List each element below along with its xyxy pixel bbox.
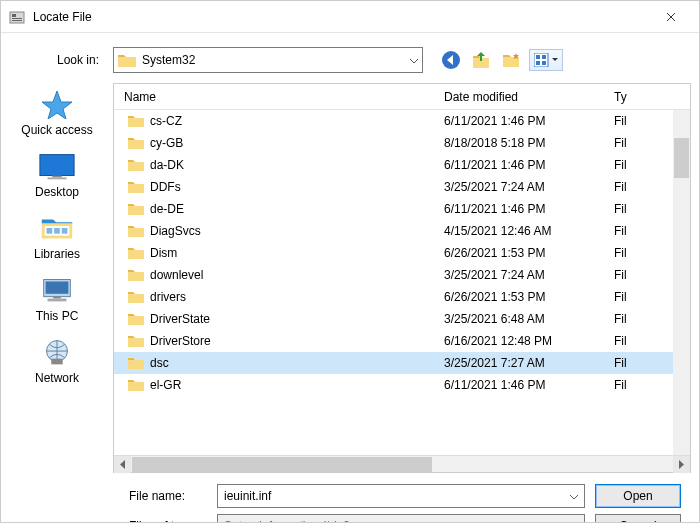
- svg-rect-12: [52, 176, 62, 178]
- folder-icon: [128, 225, 144, 238]
- toolbar: [439, 48, 563, 72]
- file-name: DriverStore: [150, 334, 211, 348]
- table-row[interactable]: DiagSvcs4/15/2021 12:46 AMFil: [114, 220, 690, 242]
- title-bar: Locate File: [1, 1, 699, 33]
- filetype-field[interactable]: Setup Information (*.inf): [217, 514, 585, 523]
- svg-rect-16: [62, 228, 68, 234]
- svg-rect-2: [12, 18, 22, 19]
- table-row[interactable]: el-GR6/11/2021 1:46 PMFil: [114, 374, 690, 396]
- svg-rect-20: [48, 299, 67, 302]
- scroll-left-arrow[interactable]: [114, 456, 131, 473]
- column-headers: Name Date modified Ty: [114, 84, 690, 110]
- folder-icon: [128, 313, 144, 326]
- file-date: 3/25/2021 7:24 AM: [444, 268, 614, 282]
- libraries-icon: [38, 213, 76, 243]
- column-type[interactable]: Ty: [614, 90, 690, 104]
- column-date[interactable]: Date modified: [444, 90, 614, 104]
- close-button[interactable]: [648, 1, 693, 33]
- window-title: Locate File: [33, 10, 648, 24]
- file-date: 6/11/2021 1:46 PM: [444, 158, 614, 172]
- place-this-pc[interactable]: This PC: [36, 275, 79, 323]
- place-libraries[interactable]: Libraries: [34, 213, 80, 261]
- table-row[interactable]: DriverStore6/16/2021 12:48 PMFil: [114, 330, 690, 352]
- table-row[interactable]: da-DK6/11/2021 1:46 PMFil: [114, 154, 690, 176]
- file-name: DriverState: [150, 312, 210, 326]
- lookin-dropdown[interactable]: System32: [113, 47, 423, 73]
- folder-icon: [128, 137, 144, 150]
- horizontal-scrollbar[interactable]: [114, 455, 690, 472]
- svg-rect-14: [47, 228, 53, 234]
- back-arrow-icon: [441, 50, 461, 70]
- table-row[interactable]: de-DE6/11/2021 1:46 PMFil: [114, 198, 690, 220]
- up-folder-icon: [471, 50, 491, 70]
- table-row[interactable]: Dism6/26/2021 1:53 PMFil: [114, 242, 690, 264]
- lookin-row: Look in: System32: [1, 33, 699, 83]
- folder-icon: [128, 291, 144, 304]
- file-date: 3/25/2021 6:48 AM: [444, 312, 614, 326]
- table-row[interactable]: DDFs3/25/2021 7:24 AMFil: [114, 176, 690, 198]
- file-date: 3/25/2021 7:24 AM: [444, 180, 614, 194]
- folder-icon: [128, 247, 144, 260]
- filename-field[interactable]: ieuinit.inf: [217, 484, 585, 508]
- scrollbar-thumb[interactable]: [132, 457, 432, 472]
- file-date: 6/16/2021 12:48 PM: [444, 334, 614, 348]
- scrollbar-thumb[interactable]: [674, 138, 689, 178]
- new-folder-button[interactable]: [499, 48, 523, 72]
- filename-row: File name: ieuinit.inf Open: [129, 481, 687, 511]
- lookin-value: System32: [142, 53, 404, 67]
- chevron-down-icon: [570, 489, 578, 503]
- folder-icon: [128, 203, 144, 216]
- table-row[interactable]: drivers6/26/2021 1:53 PMFil: [114, 286, 690, 308]
- places-bar: Quick access Desktop Libraries This PC N…: [1, 83, 113, 473]
- svg-rect-0: [10, 12, 24, 23]
- place-network[interactable]: Network: [35, 337, 79, 385]
- cancel-button[interactable]: Cancel: [595, 514, 681, 523]
- folder-icon: [128, 181, 144, 194]
- table-row[interactable]: DriverState3/25/2021 6:48 AMFil: [114, 308, 690, 330]
- app-icon: [9, 9, 25, 25]
- file-date: 6/26/2021 1:53 PM: [444, 246, 614, 260]
- file-name: DDFs: [150, 180, 181, 194]
- scroll-right-arrow[interactable]: [673, 456, 690, 473]
- main-area: Quick access Desktop Libraries This PC N…: [1, 83, 699, 473]
- svg-rect-10: [40, 155, 74, 176]
- svg-rect-18: [46, 281, 69, 293]
- filetype-value: Setup Information (*.inf): [224, 519, 564, 523]
- file-date: 8/18/2018 5:18 PM: [444, 136, 614, 150]
- table-row[interactable]: downlevel3/25/2021 7:24 AMFil: [114, 264, 690, 286]
- svg-rect-9: [542, 61, 546, 65]
- table-row[interactable]: cy-GB8/18/2018 5:18 PMFil: [114, 132, 690, 154]
- chevron-down-icon: [570, 519, 578, 523]
- file-name: cy-GB: [150, 136, 183, 150]
- svg-rect-22: [51, 359, 62, 365]
- back-button[interactable]: [439, 48, 463, 72]
- views-icon: [534, 53, 550, 67]
- file-name: dsc: [150, 356, 169, 370]
- chevron-down-icon: [410, 53, 418, 67]
- open-button[interactable]: Open: [595, 484, 681, 508]
- views-button[interactable]: [529, 49, 563, 71]
- folder-icon: [128, 115, 144, 128]
- file-name: drivers: [150, 290, 186, 304]
- folder-icon: [128, 335, 144, 348]
- vertical-scrollbar[interactable]: [673, 110, 690, 455]
- table-row[interactable]: dsc3/25/2021 7:27 AMFil: [114, 352, 690, 374]
- column-name[interactable]: Name: [114, 90, 444, 104]
- place-desktop[interactable]: Desktop: [35, 151, 79, 199]
- place-quick-access[interactable]: Quick access: [21, 89, 92, 137]
- lookin-label: Look in:: [13, 53, 105, 67]
- table-row[interactable]: cs-CZ6/11/2021 1:46 PMFil: [114, 110, 690, 132]
- close-icon: [666, 12, 676, 22]
- file-rows: cs-CZ6/11/2021 1:46 PMFilcy-GB8/18/2018 …: [114, 110, 690, 455]
- filetype-row: Files of type: Setup Information (*.inf)…: [129, 511, 687, 523]
- new-folder-icon: [501, 50, 521, 70]
- file-date: 6/26/2021 1:53 PM: [444, 290, 614, 304]
- up-button[interactable]: [469, 48, 493, 72]
- file-date: 3/25/2021 7:27 AM: [444, 356, 614, 370]
- file-date: 4/15/2021 12:46 AM: [444, 224, 614, 238]
- svg-rect-6: [536, 55, 540, 59]
- file-list: Name Date modified Ty cs-CZ6/11/2021 1:4…: [113, 83, 691, 473]
- folder-icon: [128, 379, 144, 392]
- file-name: cs-CZ: [150, 114, 182, 128]
- desktop-icon: [38, 151, 76, 181]
